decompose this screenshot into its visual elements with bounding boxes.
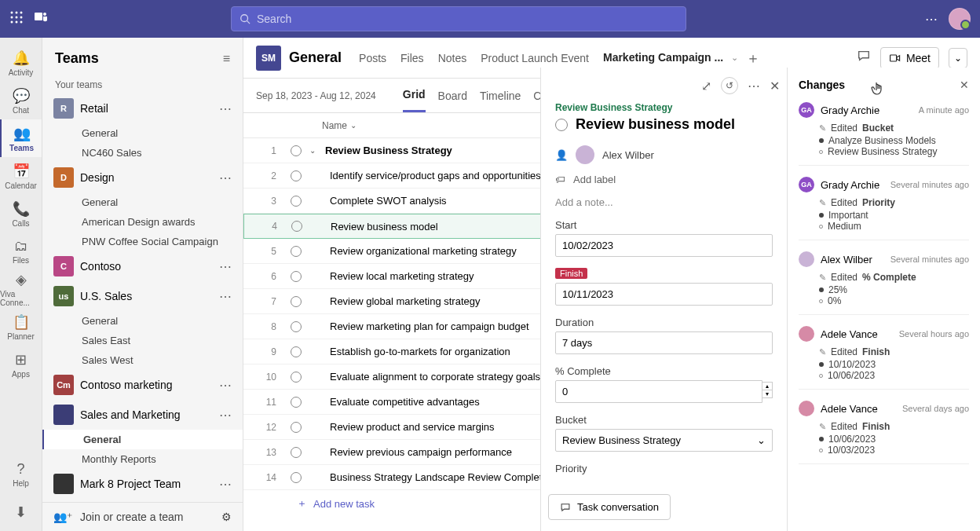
rail-calls[interactable]: 📞Calls	[0, 195, 42, 233]
meet-button[interactable]: Meet	[880, 47, 939, 69]
finish-input[interactable]	[555, 283, 773, 306]
svg-point-2	[20, 11, 23, 13]
team-list: RRetail⋯GeneralNC460 SalesDDesign⋯Genera…	[42, 93, 243, 502]
filter-icon[interactable]: ≡	[223, 52, 230, 66]
expand-icon[interactable]: ⌄	[309, 146, 319, 155]
history-icon[interactable]: ↺	[721, 77, 738, 94]
complete-toggle[interactable]	[291, 346, 302, 357]
channel-item[interactable]: NC460 Sales	[42, 143, 243, 163]
rail-planner[interactable]: 📋Planner	[0, 308, 42, 346]
add-label-row[interactable]: 🏷 Add label	[555, 174, 773, 185]
svg-point-1	[16, 11, 18, 13]
complete-toggle[interactable]	[291, 397, 302, 408]
channel-item[interactable]: American Design awards	[42, 212, 243, 232]
rail-chat[interactable]: 💬Chat	[0, 82, 42, 119]
complete-toggle[interactable]	[291, 372, 302, 383]
complete-toggle[interactable]	[291, 145, 302, 156]
tab[interactable]: Notes	[438, 38, 467, 78]
team-more-icon[interactable]: ⋯	[219, 170, 232, 185]
channel-item[interactable]: PNW Coffee Social Campaign	[42, 232, 243, 251]
change-user-name: Alex Wilber	[821, 254, 872, 266]
teams-logo-icon	[33, 9, 49, 29]
user-avatar[interactable]	[949, 8, 971, 30]
tab[interactable]: Posts	[359, 38, 386, 78]
complete-toggle[interactable]	[291, 296, 302, 307]
more-icon[interactable]: ⋯	[748, 79, 760, 93]
complete-toggle[interactable]	[291, 472, 302, 483]
rail-download[interactable]: ⬇	[0, 493, 42, 531]
rail-activity[interactable]: 🔔Activity	[0, 44, 42, 82]
change-user-name: Grady Archie	[821, 104, 879, 116]
channel-avatar: SM	[256, 46, 281, 71]
search-input[interactable]	[257, 13, 678, 25]
pct-input[interactable]	[555, 380, 762, 403]
expand-icon[interactable]: ⤢	[701, 79, 711, 93]
complete-toggle[interactable]	[291, 321, 302, 332]
channel-item[interactable]: General	[42, 123, 243, 143]
app-launcher-icon[interactable]	[9, 10, 24, 28]
complete-toggle[interactable]	[291, 221, 302, 232]
complete-toggle[interactable]	[291, 170, 302, 181]
channel-item[interactable]: Monthly Reports	[42, 449, 243, 469]
note-field[interactable]: Add a note...	[555, 196, 773, 208]
team-more-icon[interactable]: ⋯	[219, 408, 232, 423]
rail-teams[interactable]: 👥Teams	[0, 119, 42, 157]
start-input[interactable]	[555, 234, 773, 257]
complete-toggle[interactable]	[555, 119, 568, 131]
change-user-name: Adele Vance	[821, 403, 878, 415]
search-box[interactable]	[231, 6, 686, 31]
join-team-button[interactable]: 👥⁺Join or create a team ⚙	[42, 502, 243, 531]
duration-input[interactable]	[555, 331, 773, 354]
complete-toggle[interactable]	[291, 271, 302, 282]
team-item[interactable]: RRetail⋯	[42, 93, 243, 123]
team-item[interactable]: Sales and Marketing⋯	[42, 400, 243, 430]
view-tab[interactable]: Grid	[403, 79, 426, 112]
meet-dropdown[interactable]: ⌄	[949, 48, 967, 68]
team-item[interactable]: Mark 8 Project Team⋯	[42, 469, 243, 499]
assignee-row[interactable]: 👤 Alex Wilber	[555, 145, 773, 164]
view-tab[interactable]: Board	[438, 79, 467, 112]
task-title[interactable]: Review business model	[576, 116, 735, 133]
rail-apps[interactable]: ⊞Apps	[0, 346, 42, 383]
channel-item[interactable]: Sales West	[42, 350, 243, 370]
bucket-breadcrumb[interactable]: Review Business Strategy	[555, 102, 773, 113]
complete-toggle[interactable]	[291, 422, 302, 433]
conversation-icon[interactable]	[857, 49, 871, 67]
team-item[interactable]: DDesign⋯	[42, 163, 243, 192]
tab[interactable]: Files	[400, 38, 424, 78]
complete-toggle[interactable]	[291, 196, 302, 207]
rail-viva[interactable]: ◈Viva Conne...	[0, 270, 42, 308]
team-item[interactable]: CContoso⋯	[42, 251, 243, 281]
complete-toggle[interactable]	[291, 447, 302, 458]
duration-label: Duration	[555, 317, 773, 328]
changes-panel: Changes ✕ GA Grady Archie A minute ago ✎…	[787, 68, 980, 531]
settings-icon[interactable]: ⚙	[221, 511, 232, 523]
complete-toggle[interactable]	[291, 246, 302, 257]
change-time: Several minutes ago	[890, 255, 969, 264]
pct-stepper[interactable]: ▴▾	[762, 382, 773, 398]
tab-chevron-icon[interactable]: ⌄	[731, 53, 738, 63]
more-icon[interactable]: ⋯	[925, 12, 938, 27]
team-item[interactable]: CmContoso marketing⋯	[42, 370, 243, 400]
team-more-icon[interactable]: ⋯	[219, 289, 232, 304]
channel-item[interactable]: General	[42, 430, 243, 449]
rail-help[interactable]: ?Help	[0, 456, 42, 493]
team-more-icon[interactable]: ⋯	[219, 378, 232, 393]
close-changes-icon[interactable]: ✕	[960, 79, 969, 91]
channel-item[interactable]: General	[42, 311, 243, 331]
svg-point-6	[11, 20, 13, 23]
view-tab[interactable]: Timeline	[480, 79, 521, 112]
channel-item[interactable]: Sales East	[42, 331, 243, 350]
close-task-icon[interactable]: ✕	[770, 79, 780, 93]
team-more-icon[interactable]: ⋯	[219, 101, 232, 116]
task-conversation-button[interactable]: Task conversation	[548, 494, 671, 520]
bucket-select[interactable]: Review Business Strategy⌄	[555, 429, 773, 452]
channel-item[interactable]: General	[42, 192, 243, 212]
team-more-icon[interactable]: ⋯	[219, 259, 232, 274]
add-tab-button[interactable]: ＋	[746, 49, 760, 68]
rail-calendar[interactable]: 📅Calendar	[0, 157, 42, 195]
team-item[interactable]: usU.S. Sales⋯	[42, 281, 243, 311]
rail-files[interactable]: 🗂Files	[0, 233, 42, 270]
sort-icon[interactable]: ⌄	[350, 121, 357, 130]
team-more-icon[interactable]: ⋯	[219, 477, 232, 492]
